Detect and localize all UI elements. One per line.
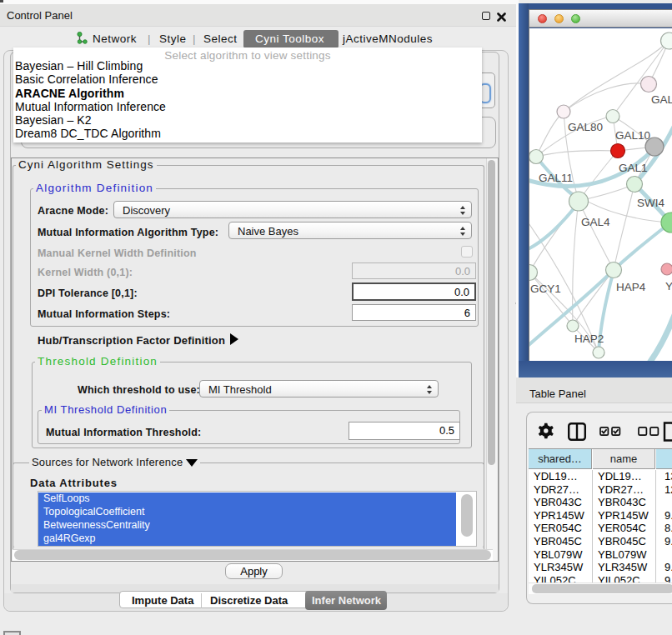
- svg-text:Y: Y: [665, 280, 672, 292]
- svg-text:GAL80: GAL80: [568, 121, 603, 133]
- svg-text:GAL10: GAL10: [615, 129, 650, 142]
- svg-text:SWI4: SWI4: [637, 197, 664, 209]
- svg-text:GAL11: GAL11: [539, 172, 573, 184]
- svg-text:GCY1: GCY1: [530, 282, 561, 295]
- svg-text:GAL1: GAL1: [619, 162, 648, 174]
- svg-text:GAL4: GAL4: [581, 216, 610, 228]
- svg-text:GAL: GAL: [651, 93, 672, 106]
- svg-text:HAP2: HAP2: [574, 332, 604, 345]
- svg-text:HAP4: HAP4: [616, 281, 646, 293]
